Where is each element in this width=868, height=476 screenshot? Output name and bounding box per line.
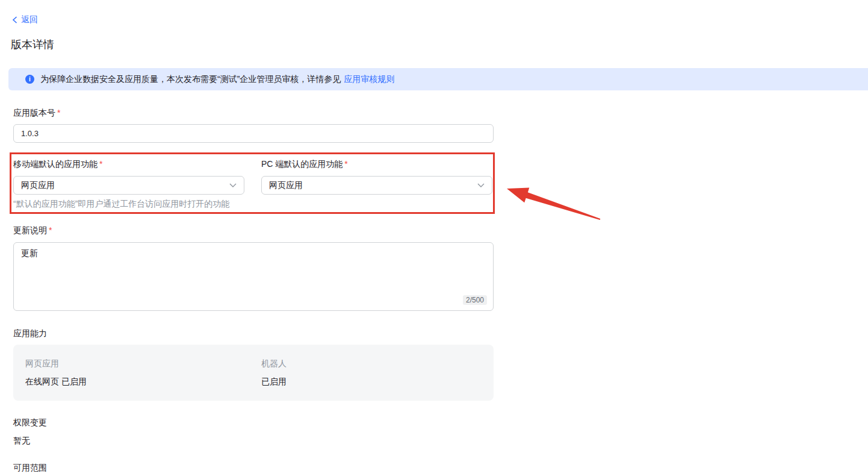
- permission-change-value: 暂无: [13, 436, 30, 446]
- version-input[interactable]: [13, 124, 494, 143]
- mobile-default-select[interactable]: 网页应用: [13, 176, 244, 195]
- mobile-default-label: 移动端默认的应用功能*: [13, 159, 102, 170]
- back-link[interactable]: 返回: [12, 14, 38, 25]
- required-mark: *: [57, 108, 60, 117]
- pc-default-label: PC 端默认的应用功能*: [261, 159, 348, 170]
- annotation-arrow: [500, 184, 603, 224]
- banner-text: 为保障企业数据安全及应用质量，本次发布需要“测试”企业管理员审核，详情参见: [40, 74, 341, 85]
- update-notes-field: 2/500: [13, 242, 494, 311]
- chevron-down-icon: [477, 183, 485, 187]
- capability-status: 在线网页 已启用: [25, 377, 87, 387]
- capability-name: 机器人: [261, 359, 287, 369]
- required-mark: *: [49, 225, 52, 235]
- info-banner: i 为保障企业数据安全及应用质量，本次发布需要“测试”企业管理员审核，详情参见 …: [8, 68, 868, 90]
- availability-heading: 可用范围: [13, 463, 47, 474]
- back-link-label: 返回: [21, 14, 38, 25]
- update-notes-label-text: 更新说明: [13, 225, 47, 235]
- required-mark: *: [344, 159, 347, 169]
- permission-change-heading: 权限变更: [13, 418, 47, 428]
- version-detail-page: 返回 版本详情 i 为保障企业数据安全及应用质量，本次发布需要“测试”企业管理员…: [0, 0, 868, 476]
- pc-default-select-value: 网页应用: [269, 180, 303, 191]
- chevron-down-icon: [229, 183, 237, 187]
- update-notes-label: 更新说明*: [13, 225, 52, 236]
- pc-default-label-text: PC 端默认的应用功能: [261, 159, 343, 169]
- char-counter: 2/500: [463, 295, 487, 305]
- page-title: 版本详情: [11, 37, 54, 52]
- capability-name: 网页应用: [25, 359, 59, 369]
- review-rules-link[interactable]: 应用审核规则: [344, 74, 394, 85]
- capabilities-panel: 网页应用 在线网页 已启用 机器人 已启用: [13, 345, 494, 401]
- mobile-default-label-text: 移动端默认的应用功能: [13, 159, 98, 169]
- update-notes-textarea[interactable]: [14, 243, 493, 310]
- required-mark: *: [99, 159, 102, 169]
- version-label: 应用版本号*: [13, 108, 60, 119]
- pc-default-select[interactable]: 网页应用: [261, 176, 492, 195]
- info-icon: i: [25, 75, 34, 84]
- chevron-left-icon: [12, 16, 17, 23]
- default-feature-hint: “默认的应用功能”即用户通过工作台访问应用时打开的功能: [13, 199, 229, 210]
- capability-status: 已启用: [261, 377, 287, 387]
- version-label-text: 应用版本号: [13, 108, 55, 117]
- capabilities-heading: 应用能力: [13, 328, 47, 339]
- mobile-default-select-value: 网页应用: [21, 180, 55, 191]
